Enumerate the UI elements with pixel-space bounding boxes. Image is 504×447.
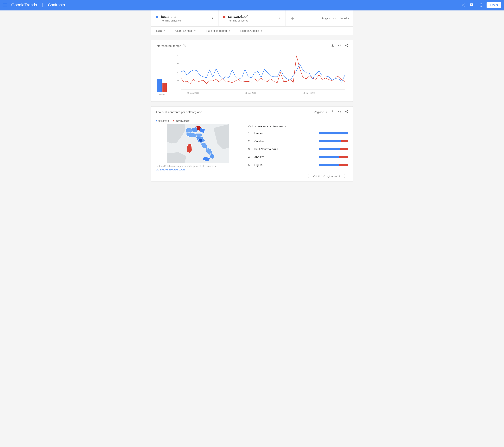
region-rank: 1 — [248, 132, 251, 135]
svg-rect-3 — [471, 4, 472, 5]
page-title: Confronta — [48, 3, 65, 7]
svg-point-30 — [347, 112, 348, 113]
svg-point-32 — [207, 148, 208, 150]
sort-value: Interesse per testanera — [258, 125, 284, 128]
region-name: Abruzzo — [254, 155, 316, 159]
filter-category[interactable]: Tutte le categorie▼ — [206, 29, 230, 32]
svg-point-2 — [464, 6, 465, 7]
region-rank: 2 — [248, 140, 251, 143]
svg-rect-4 — [471, 5, 472, 5]
region-bar — [319, 148, 348, 150]
filters-bar: Italia▼ Ultimi 12 mesi▼ Tutte le categor… — [151, 27, 353, 35]
svg-point-9 — [480, 5, 481, 5]
region-rank: 4 — [248, 155, 251, 159]
help-icon[interactable]: ? — [183, 44, 186, 47]
menu-icon[interactable] — [3, 4, 8, 6]
svg-point-11 — [479, 6, 479, 7]
selector-label: Regione — [314, 111, 324, 114]
map-caption: L'intensità del colore rappresenta la pe… — [156, 165, 240, 168]
download-icon[interactable] — [331, 110, 334, 114]
feedback-icon[interactable] — [469, 3, 474, 7]
filter-geo[interactable]: Italia▼ — [156, 29, 165, 32]
region-row[interactable]: 1Umbria — [248, 129, 348, 137]
pager: 〈 Visibili: 1-5 regioni su 17 〉 — [151, 171, 353, 181]
legend-label: schwarzkopf — [175, 119, 189, 122]
prev-icon[interactable]: 〈 — [305, 174, 310, 179]
filter-label: Ultimi 12 mesi — [175, 29, 192, 32]
region-row[interactable]: 4Abruzzo — [248, 153, 348, 161]
add-compare[interactable]: ＋ Aggiungi confronto — [286, 10, 353, 26]
svg-text:28 apr 2019: 28 apr 2019 — [303, 92, 315, 94]
legend-label: testanera — [158, 119, 169, 122]
svg-text:75: 75 — [177, 63, 179, 65]
region-name: Friuli-Venezia Giulia — [254, 148, 316, 151]
compare-term-1[interactable]: testanera Termine di ricerca ⋮ — [151, 10, 218, 26]
share-icon[interactable] — [345, 44, 348, 48]
share-icon[interactable] — [345, 110, 348, 114]
card-actions — [331, 44, 348, 48]
filter-label: Italia — [156, 29, 162, 32]
term-sub: Termine di ricerca — [228, 19, 248, 22]
region-card: Analisi di confronto per sottoregione Re… — [151, 106, 353, 181]
svg-point-10 — [481, 5, 482, 5]
signin-button[interactable]: Accedi — [486, 2, 501, 8]
svg-point-29 — [345, 111, 346, 112]
avg-bar — [157, 79, 162, 92]
filter-search[interactable]: Ricerca Google▼ — [240, 29, 262, 32]
logo[interactable]: GoogleTrends — [11, 2, 37, 8]
svg-point-1 — [462, 4, 463, 5]
region-row[interactable]: 2Calabria — [248, 137, 348, 145]
app-header: GoogleTrends Confronta Accedi — [0, 0, 504, 10]
svg-point-0 — [464, 3, 465, 4]
svg-text:23 dic 2018: 23 dic 2018 — [245, 92, 256, 94]
caret-icon: ▼ — [285, 125, 287, 127]
sort-row[interactable]: Ordina: Interesse per testanera ▼ — [248, 124, 348, 129]
caret-icon: ▼ — [325, 111, 327, 113]
next-icon[interactable]: 〉 — [343, 174, 348, 179]
svg-point-8 — [479, 5, 479, 5]
region-row[interactable]: 3Friuli-Venezia Giulia — [248, 145, 348, 153]
embed-icon[interactable] — [338, 44, 341, 48]
term-name: testanera — [161, 15, 181, 19]
share-icon[interactable] — [461, 3, 465, 7]
filter-time[interactable]: Ultimi 12 mesi▼ — [175, 29, 196, 32]
plus-icon: ＋ — [290, 16, 295, 21]
filter-label: Tutte le categorie — [206, 29, 227, 32]
region-rank: 3 — [248, 148, 251, 151]
logo-bold: Google — [11, 2, 24, 7]
divider — [42, 3, 43, 7]
svg-text:50: 50 — [177, 71, 179, 74]
card-title-text: Analisi di confronto per sottoregione — [156, 110, 202, 114]
pager-text: Visibili: 1-5 regioni su 17 — [313, 175, 340, 178]
card-title: Interesse nel tempo ? — [156, 44, 186, 48]
download-icon[interactable] — [331, 44, 334, 48]
svg-text:25: 25 — [177, 80, 179, 82]
avg-label: Media — [155, 93, 169, 96]
apps-icon[interactable] — [478, 3, 482, 7]
region-selector[interactable]: Regione ▼ — [314, 111, 327, 114]
term-sub: Termine di ricerca — [161, 19, 181, 22]
svg-point-28 — [347, 110, 348, 111]
region-bar — [319, 156, 348, 158]
caret-icon: ▼ — [194, 30, 196, 32]
embed-icon[interactable] — [338, 110, 341, 114]
italy-map[interactable] — [156, 124, 240, 163]
term-name: schwarzkopf — [228, 15, 248, 19]
legend-dot — [173, 120, 174, 121]
map-link[interactable]: ULTERIORI INFORMAZIONI — [156, 168, 185, 171]
region-bar — [319, 140, 348, 142]
region-bar — [319, 164, 348, 166]
compare-term-2[interactable]: schwarzkopf Termine di ricerca ⋮ — [218, 10, 286, 26]
region-name: Liguria — [254, 163, 316, 167]
more-icon[interactable]: ⋮ — [278, 17, 282, 20]
svg-point-5 — [479, 3, 479, 4]
map-column: L'intensità del colore rappresenta la pe… — [156, 124, 240, 171]
more-icon[interactable]: ⋮ — [211, 17, 214, 20]
region-name: Calabria — [254, 140, 316, 143]
svg-point-6 — [480, 3, 481, 4]
card-title-text: Interesse nel tempo — [156, 44, 181, 48]
line-chart: 25507510019 ago 201823 dic 201828 apr 20… — [175, 54, 347, 96]
region-row[interactable]: 5Liguria — [248, 161, 348, 169]
card-title: Analisi di confronto per sottoregione — [156, 110, 202, 114]
svg-point-15 — [345, 45, 346, 46]
